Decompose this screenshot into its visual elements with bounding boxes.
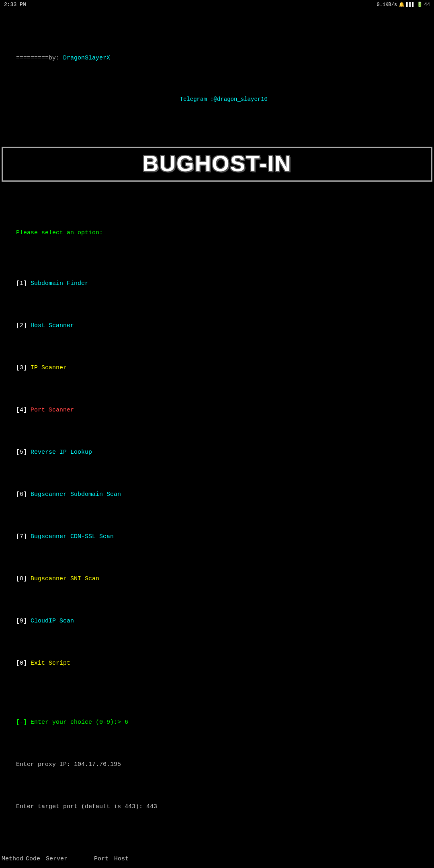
- network-speed: 0.1KB/s: [377, 2, 397, 8]
- menu-item-7: [7] Bugscanner CDN-SSL Scan: [2, 524, 432, 549]
- choice-prompt: [-] Enter your choice (0-9):> 6: [2, 710, 432, 735]
- menu-item-9: [9] CloudIP Scan: [2, 608, 432, 634]
- battery-icon: 🔋: [417, 2, 423, 8]
- menu-item-4: [4] Port Scanner: [2, 397, 432, 423]
- menu-item-2: [2] Host Scanner: [2, 313, 432, 338]
- telegram-line: Telegram :@dragon_slayer10: [2, 88, 432, 111]
- menu-prompt: Please select an option:: [2, 220, 432, 246]
- signal-icon: 🔔: [399, 2, 405, 8]
- author-name: DragonSlayerX: [63, 55, 110, 61]
- status-right: 0.1KB/s 🔔 ▌▌▌ 🔋 44: [377, 2, 430, 8]
- menu-item-3: [3] IP Scanner: [2, 355, 432, 381]
- col-header-host: Host: [114, 855, 129, 863]
- col-header-server: Server: [46, 855, 94, 863]
- app-title: BUGHOST-IN: [2, 147, 432, 182]
- table-header-row: Method Code Server Port Host: [2, 855, 432, 863]
- menu-item-8: [8] Bugscanner SNI Scan: [2, 566, 432, 592]
- status-bar: 2:33 PM 0.1KB/s 🔔 ▌▌▌ 🔋 44: [0, 0, 434, 9]
- col-header-method: Method: [2, 855, 26, 863]
- menu-item-0: [0] Exit Script: [2, 651, 432, 676]
- menu-item-6: [6] Bugscanner Subdomain Scan: [2, 482, 432, 507]
- menu-item-1: [1] Subdomain Finder: [2, 271, 432, 296]
- battery-level: 44: [424, 2, 430, 8]
- signal-bars: ▌▌▌: [406, 2, 415, 8]
- terminal: =========by: DragonSlayerX Telegram :@dr…: [0, 9, 434, 868]
- status-time: 2:33 PM: [4, 2, 26, 8]
- by-line: =========by: DragonSlayerX: [2, 45, 432, 71]
- telegram-text: Telegram :@dragon_slayer10: [180, 96, 268, 102]
- port-prompt: Enter target port (default is 443): 443: [2, 794, 432, 819]
- menu-item-5: [5] Reverse IP Lookup: [2, 440, 432, 465]
- proxy-prompt: Enter proxy IP: 104.17.76.195: [2, 752, 432, 777]
- col-header-code: Code: [26, 855, 46, 863]
- col-header-port: Port: [94, 855, 114, 863]
